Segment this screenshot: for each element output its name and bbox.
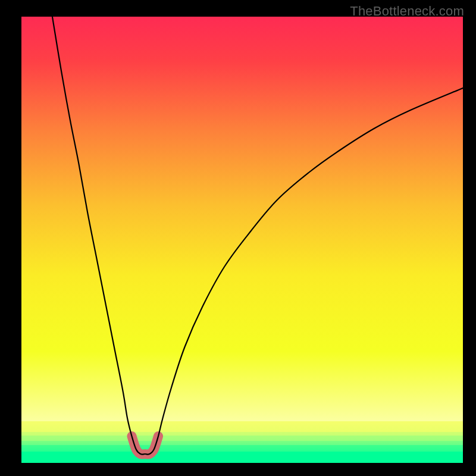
chart-frame: TheBottleneck.com (0, 0, 476, 476)
plot-area (21, 17, 463, 463)
watermark-text: TheBottleneck.com (350, 4, 464, 19)
bottleneck-curve (52, 17, 463, 455)
highlight-band (132, 436, 159, 455)
curve-layer (21, 17, 463, 463)
